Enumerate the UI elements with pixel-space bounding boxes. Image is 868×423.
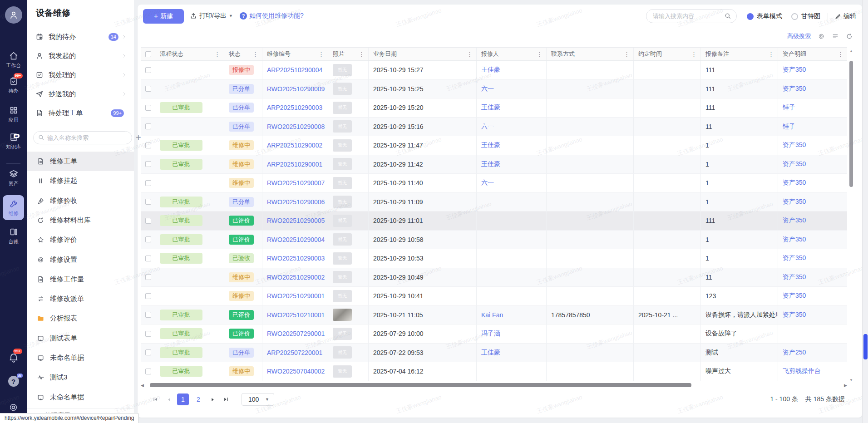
more-vert-icon[interactable]: ⋮: [252, 51, 258, 58]
column-header-维修编号[interactable]: 维修编号⋮: [262, 48, 328, 60]
photo-thumbnail[interactable]: [333, 309, 352, 321]
row-checkbox[interactable]: [145, 199, 151, 205]
add-form-button[interactable]: +: [136, 133, 141, 142]
rail-item-知识库[interactable]: AI知识库: [0, 132, 27, 150]
rail-item-工作台[interactable]: 工作台: [0, 51, 27, 69]
menu-item-测试表单[interactable]: 测试表单: [27, 329, 134, 348]
advanced-search-link[interactable]: 高级搜索: [787, 32, 811, 40]
order-no-link[interactable]: RWO202507290001: [267, 330, 325, 337]
more-vert-icon[interactable]: ⋮: [838, 51, 843, 58]
asset-link[interactable]: 资产350: [783, 66, 806, 74]
column-header-资产明细[interactable]: 资产明细⋮: [778, 48, 847, 60]
order-no-link[interactable]: ARP202510290001: [267, 161, 322, 168]
print-export-button[interactable]: 打印/导出 ▼: [190, 12, 233, 20]
asset-link[interactable]: 资产350: [783, 216, 806, 225]
next-page-button[interactable]: [207, 394, 218, 405]
order-no-link[interactable]: RWO202510290002: [267, 274, 325, 281]
refresh-icon[interactable]: [846, 33, 853, 40]
column-header-报修人[interactable]: 报修人⋮: [477, 48, 547, 60]
asset-link[interactable]: 飞剪线操作台: [783, 367, 821, 375]
more-vert-icon[interactable]: ⋮: [537, 51, 542, 58]
asset-link[interactable]: 资产350: [783, 311, 806, 319]
row-checkbox[interactable]: [145, 105, 151, 111]
sidebar-item-抄送我的[interactable]: 抄送我的: [27, 84, 134, 103]
page-button-2[interactable]: 2: [192, 393, 204, 405]
rail-item-settings[interactable]: [0, 402, 27, 413]
table-row[interactable]: 已分单RWO202510290008暂无2025-10-29 15:16六一11…: [141, 118, 847, 137]
row-checkbox[interactable]: [145, 331, 151, 337]
row-checkbox[interactable]: [145, 180, 151, 186]
browser-scroll-thumb[interactable]: [863, 334, 868, 359]
table-row[interactable]: 已审批维修中RWO202507040002暂无2025-07-04 16:12噪…: [141, 362, 847, 381]
order-no-link[interactable]: RWO202510210001: [267, 311, 325, 319]
row-checkbox[interactable]: [145, 256, 151, 261]
menu-item-分析报表[interactable]: 分析报表: [27, 309, 134, 328]
scroll-right-icon[interactable]: ▶: [844, 383, 847, 388]
reporter-link[interactable]: 冯子涵: [481, 330, 500, 338]
select-all-checkbox[interactable]: [145, 51, 151, 57]
menu-item-维修设置[interactable]: 维修设置: [27, 250, 134, 270]
row-checkbox[interactable]: [145, 218, 151, 224]
order-no-link[interactable]: RWO202510290009: [267, 85, 325, 93]
reporter-link[interactable]: Kai Fan: [481, 311, 503, 319]
asset-link[interactable]: 资产350: [783, 273, 806, 281]
order-no-link[interactable]: RWO202510290004: [267, 236, 325, 243]
order-no-link[interactable]: ARP202510290003: [267, 104, 322, 111]
mode-form-label[interactable]: 表单模式: [757, 12, 782, 20]
order-no-link[interactable]: RWO202510290007: [267, 179, 325, 187]
help-link[interactable]: ? 如何使用维修功能?: [240, 12, 304, 20]
table-row[interactable]: 报修中ARP202510290004暂无2025-10-29 15:27王佳豪1…: [141, 61, 847, 80]
table-row[interactable]: 已审批已分单RWO202510290006暂无2025-10-29 11:091…: [141, 193, 847, 212]
scroll-up-icon[interactable]: ▲: [849, 49, 853, 53]
radio-selected-icon[interactable]: [747, 13, 754, 20]
menu-item-维修材料出库[interactable]: 维修材料出库: [27, 211, 134, 230]
rail-item-资产[interactable]: 资产: [0, 169, 27, 187]
table-row[interactable]: 维修中RWO202510290007暂无2025-10-29 11:40六一1资…: [141, 174, 847, 193]
row-checkbox[interactable]: [145, 349, 151, 355]
more-vert-icon[interactable]: ⋮: [691, 51, 697, 58]
table-row[interactable]: 已审批已分单ARP202507220001暂无2025-07-22 09:53王…: [141, 344, 847, 363]
row-checkbox[interactable]: [145, 236, 151, 242]
new-button[interactable]: + 新建: [143, 9, 184, 24]
browser-scrollbar[interactable]: [862, 0, 868, 423]
more-vert-icon[interactable]: ⋮: [318, 51, 324, 58]
menu-item-维修挂起[interactable]: 维修挂起: [27, 171, 134, 191]
vertical-scroll-thumb[interactable]: [849, 61, 853, 187]
row-checkbox[interactable]: [145, 369, 151, 374]
sidebar-item-我处理的[interactable]: 我处理的: [27, 65, 134, 84]
scroll-down-icon[interactable]: ▼: [849, 378, 853, 382]
table-row[interactable]: 维修中RWO202510290002暂无2025-10-29 10:4911资产…: [141, 268, 847, 287]
row-checkbox[interactable]: [145, 123, 151, 129]
menu-item-维修工单[interactable]: 维修工单: [27, 152, 134, 171]
asset-link[interactable]: 资产350: [783, 198, 806, 206]
asset-link[interactable]: 资产350: [783, 85, 806, 93]
scroll-left-icon[interactable]: ◀: [141, 383, 144, 388]
sidebar-search-input[interactable]: [33, 131, 132, 144]
asset-link[interactable]: 资产350: [783, 160, 806, 168]
table-row[interactable]: 已审批已分单ARP202510290003暂无2025-10-29 15:20王…: [141, 98, 847, 118]
asset-link[interactable]: 资产350: [783, 141, 806, 149]
table-row[interactable]: 已分单RWO202510290009暂无2025-10-29 15:25六一11…: [141, 80, 847, 99]
rail-item-维修[interactable]: 维修: [3, 195, 24, 220]
table-row[interactable]: 维修中RWO202510290001暂无2025-10-29 10:41123资…: [141, 287, 847, 306]
asset-link[interactable]: 资产350: [783, 179, 806, 187]
order-no-link[interactable]: RWO202510290001: [267, 292, 325, 300]
radio-unselected-icon[interactable]: [791, 13, 798, 20]
row-checkbox[interactable]: [145, 67, 151, 73]
rail-item-台账[interactable]: 台账: [0, 227, 27, 245]
page-button-1[interactable]: 1: [177, 393, 189, 405]
table-row[interactable]: 已审批已验收RWO202510290003暂无2025-10-29 10:531…: [141, 249, 847, 268]
more-vert-icon[interactable]: ⋮: [214, 51, 220, 58]
menu-item-未命名单据[interactable]: 未命名单据: [27, 348, 134, 368]
column-header-约定时间[interactable]: 约定时间⋮: [634, 48, 701, 60]
table-horizontal-scrollbar[interactable]: ◀ ▶: [141, 382, 847, 389]
column-header-流程状态[interactable]: 流程状态⋮: [155, 48, 224, 60]
order-no-link[interactable]: RWO202510290008: [267, 123, 325, 130]
rail-item-应用[interactable]: 应用: [0, 105, 27, 123]
asset-link[interactable]: 资产350: [783, 292, 806, 300]
sidebar-item-我发起的[interactable]: 我发起的: [27, 46, 134, 65]
asset-link[interactable]: 资产350: [783, 236, 806, 244]
menu-item-维修评价[interactable]: 维修评价: [27, 230, 134, 250]
more-vert-icon[interactable]: ⋮: [624, 51, 630, 58]
reporter-link[interactable]: 六一: [481, 179, 494, 187]
